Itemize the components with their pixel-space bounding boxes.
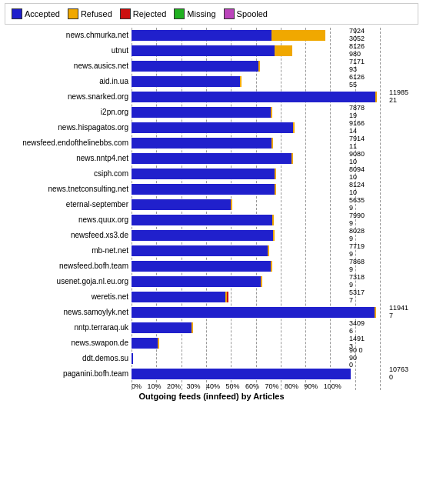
bar-segment-accepted: [132, 61, 258, 72]
bar-value-sub: 55: [349, 82, 380, 89]
bar-row: news.chmurka.net79243052: [5, 28, 380, 42]
bar-wrapper: [132, 45, 347, 56]
legend-label: Spooled: [237, 9, 268, 18]
legend-label: Rejected: [133, 9, 166, 18]
bar-label: i2pn.org: [5, 108, 132, 116]
bar-row: news.samoylyk.net119417: [5, 305, 380, 319]
bar-value-sub: 3052: [349, 35, 380, 43]
bar-value-accepted: 7719: [349, 243, 380, 251]
bar-value-sub: 10: [349, 174, 380, 182]
bar-wrapper: [132, 276, 347, 287]
bar-values: 119417: [389, 305, 420, 320]
bar-segment-accepted: [132, 276, 261, 287]
bar-label: paganini.bofh.team: [5, 369, 132, 378]
bar-segment-refused: [261, 276, 262, 287]
bar-values: 77199: [349, 243, 380, 259]
bar-value-accepted: 5317: [349, 289, 380, 297]
x-axis-title: Outgoing feeds (innfeed) by Articles: [0, 392, 423, 401]
bar-segment-refused: [268, 245, 269, 256]
x-axis-label: 100%: [324, 382, 341, 390]
bar-value-accepted: 1491: [349, 335, 380, 343]
bar-value-sub: 9: [349, 282, 380, 289]
bar-label: aid.in.ua: [5, 77, 132, 85]
bar-label: news.samoylyk.net: [5, 308, 132, 316]
bar-segment-accepted: [132, 245, 268, 256]
bar-segment-accepted: [132, 122, 293, 133]
bar-segment-refused: [375, 307, 376, 318]
bar-segment-refused: [273, 230, 275, 241]
bar-segment-refused: [275, 169, 276, 179]
bar-segment-refused: [271, 30, 325, 41]
bar-label: news.nntp4.net: [5, 154, 132, 162]
bar-value-accepted: 8028: [349, 228, 380, 235]
bar-value-sub: 0: [389, 374, 420, 382]
bar-value-sub: 980: [349, 51, 380, 58]
bar-value-sub: 10: [349, 189, 380, 197]
bar-value-accepted: 7318: [349, 274, 380, 282]
legend-color: [68, 8, 78, 19]
x-axis-label: 50%: [225, 382, 239, 390]
bar-segment-refused: [192, 322, 193, 333]
bar-segment-accepted: [132, 153, 291, 164]
bar-value-sub: 7: [389, 312, 420, 320]
bar-segment-refused: [271, 138, 273, 149]
bar-segment-accepted: [132, 322, 192, 333]
bar-values: 791411: [349, 135, 380, 151]
bar-segment-accepted: [132, 307, 375, 318]
legend-color: [174, 8, 185, 19]
bar-segment-accepted: [132, 45, 275, 56]
bar-segment-rejected: [227, 292, 228, 302]
bar-values: 787819: [349, 105, 380, 120]
bar-segment-refused: [231, 199, 232, 210]
bar-value-sub: 11: [349, 143, 380, 151]
bar-wrapper: [132, 261, 347, 272]
bar-values: 53177: [349, 289, 380, 305]
bar-row: newsfeed.xs3.de80289: [5, 228, 380, 242]
bar-row: news.snarked.org1198521: [5, 89, 380, 104]
bar-segment-accepted: [132, 184, 275, 195]
bar-value-sub: 9: [349, 235, 380, 243]
bar-segment-accepted: [132, 92, 375, 102]
bar-row: eternal-september56359: [5, 197, 380, 212]
bar-values: 107630: [389, 366, 420, 382]
bar-label: news.ausics.net: [5, 62, 132, 70]
bar-segment-accepted: [132, 107, 271, 118]
bar-label: news.hispagatos.org: [5, 123, 132, 132]
bar-label: news.snarked.org: [5, 92, 132, 101]
x-axis: 0%10%20%30%40%50%60%70%80%90%100%: [132, 382, 341, 390]
bar-wrapper: [132, 76, 347, 87]
legend-label: Refused: [81, 9, 112, 18]
bar-wrapper: [132, 322, 347, 333]
bar-wrapper: [132, 61, 347, 72]
x-axis-label: 90%: [304, 382, 318, 390]
x-axis-label: 30%: [186, 382, 200, 390]
bar-row: news.quux.org79909: [5, 212, 380, 227]
bar-segment-refused: [275, 184, 276, 195]
bar-value-sub: 19: [349, 112, 380, 120]
bar-segment-accepted: [132, 230, 273, 241]
bar-segment-refused: [271, 261, 272, 272]
bar-values: 612655: [349, 74, 380, 89]
x-axis-label: 10%: [147, 382, 161, 390]
bar-segment-accepted: [132, 353, 133, 364]
bar-value-sub: 93: [349, 66, 380, 74]
bar-row: paganini.bofh.team107630: [5, 366, 380, 381]
bar-segment-refused: [375, 92, 377, 102]
bars-container: news.chmurka.net79243052utnut8126980news…: [5, 28, 380, 381]
legend-color: [120, 8, 131, 19]
bar-values: 78689: [349, 259, 380, 274]
x-axis-label: 20%: [167, 382, 181, 390]
bar-label: news.chmurka.net: [5, 31, 132, 39]
bar-value-sub: 14: [349, 128, 380, 135]
bar-values: 908010: [349, 151, 380, 166]
bar-label: utnut: [5, 46, 132, 55]
bar-segment-accepted: [132, 138, 271, 149]
bar-segment-accepted: [132, 338, 158, 349]
bar-values: 34096: [349, 320, 380, 335]
bar-segment-refused: [240, 76, 241, 87]
bar-segment-refused: [158, 338, 159, 349]
bar-wrapper: [132, 184, 347, 195]
bar-row: csiph.com809410: [5, 166, 380, 181]
x-axis-label: 70%: [265, 382, 278, 390]
legend-label: Missing: [187, 9, 215, 18]
